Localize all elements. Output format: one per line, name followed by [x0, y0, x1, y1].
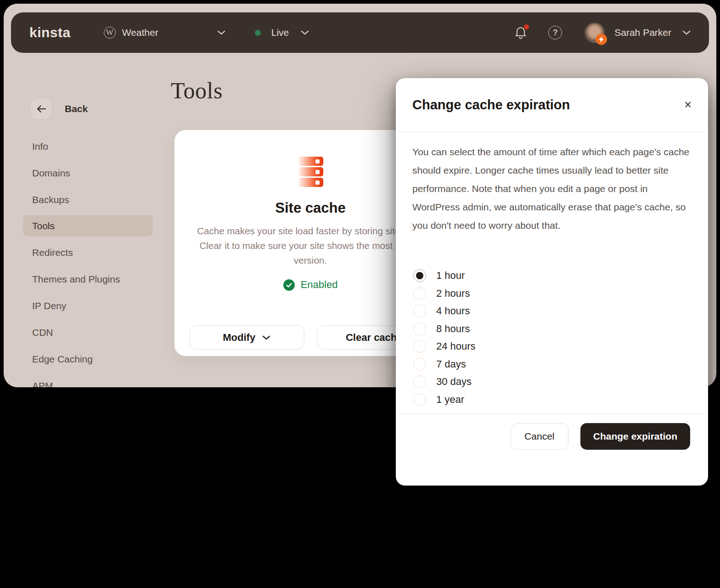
back-button[interactable] — [30, 98, 52, 120]
sidebar-item-label: Themes and Plugins — [32, 274, 120, 285]
radio-option-30-days[interactable]: 30 days — [413, 375, 476, 388]
sidebar-item-label: Redirects — [32, 247, 73, 258]
page-title: Tools — [171, 77, 223, 104]
change-expiration-button[interactable]: Change expiration — [580, 423, 690, 450]
environment-dropdown[interactable]: Live — [255, 27, 309, 38]
cache-server-icon — [298, 157, 323, 187]
radio-button[interactable] — [413, 305, 426, 317]
modal-header: Change cache expiration × — [396, 78, 708, 132]
clear-cache-label: Clear cache — [346, 332, 403, 344]
chevron-down-icon — [682, 30, 691, 35]
live-status-dot — [255, 30, 261, 36]
radio-button[interactable] — [413, 393, 426, 406]
option-label: 1 hour — [436, 270, 465, 282]
option-label: 7 days — [436, 358, 466, 370]
radio-option-4-hours[interactable]: 4 hours — [413, 305, 476, 317]
radio-option-2-hours[interactable]: 2 hours — [413, 287, 476, 300]
sidebar-item-edge-caching[interactable]: Edge Caching — [23, 348, 153, 370]
option-label: 30 days — [436, 376, 472, 388]
environment-name: Live — [271, 27, 289, 38]
option-label: 8 hours — [436, 323, 470, 335]
back-label: Back — [65, 103, 88, 114]
sidebar-item-themes-and-plugins[interactable]: Themes and Plugins — [23, 268, 153, 290]
sidebar-item-label: CDN — [32, 327, 53, 338]
radio-option-7-days[interactable]: 7 days — [413, 358, 476, 371]
chevron-down-icon — [301, 30, 309, 35]
sidebar-item-label: Edge Caching — [32, 354, 93, 365]
cache-expiration-options: 1 hour 2 hours 4 hours 8 hours 24 hours … — [413, 269, 476, 406]
wordpress-icon: W — [104, 27, 116, 39]
radio-button[interactable] — [413, 375, 426, 388]
sidebar-item-info[interactable]: Info — [23, 136, 153, 157]
radio-option-24-hours[interactable]: 24 hours — [413, 340, 476, 353]
radio-button[interactable] — [413, 322, 426, 335]
arrow-left-icon — [36, 105, 46, 113]
user-name: Sarah Parker — [614, 27, 671, 38]
check-circle-icon — [283, 279, 295, 291]
change-cache-expiration-modal: Change cache expiration × You can select… — [396, 78, 708, 486]
radio-button[interactable] — [413, 358, 426, 371]
sidebar-item-cdn[interactable]: CDN — [23, 322, 153, 343]
option-label: 4 hours — [436, 305, 470, 317]
chevron-down-icon — [217, 30, 225, 35]
radio-button[interactable] — [413, 287, 426, 300]
sidebar-item-label: IP Deny — [32, 300, 66, 311]
radio-button[interactable] — [413, 269, 426, 282]
sidebar-item-tools[interactable]: Tools — [23, 215, 153, 237]
radio-option-8-hours[interactable]: 8 hours — [413, 322, 476, 335]
modal-description: You can select the amount of time after … — [396, 132, 708, 235]
modal-footer: Cancel Change expiration — [396, 414, 708, 450]
radio-button[interactable] — [413, 340, 426, 353]
navbar-right: ? Sarah Parker — [514, 22, 691, 43]
modal-title: Change cache expiration — [412, 97, 570, 113]
sidebar-item-redirects[interactable]: Redirects — [23, 242, 153, 263]
option-label: 1 year — [436, 394, 464, 406]
option-label: 24 hours — [436, 340, 476, 352]
radio-option-1-hour[interactable]: 1 hour — [413, 269, 476, 282]
option-label: 2 hours — [436, 288, 470, 300]
site-selector-dropdown[interactable]: W Weather — [104, 27, 225, 39]
kinsta-logo: kinsta — [29, 25, 71, 40]
lightning-badge-icon — [596, 34, 607, 45]
modify-button[interactable]: Modify — [189, 325, 304, 350]
card-buttons: Modify Clear cache — [189, 325, 432, 350]
sidebar-item-label: Domains — [32, 168, 70, 179]
sidebar-item-label: Backups — [32, 194, 69, 205]
modify-label: Modify — [223, 332, 255, 344]
notifications-button[interactable] — [514, 26, 527, 40]
sidebar-item-ip-deny[interactable]: IP Deny — [23, 295, 153, 317]
top-navbar: kinsta W Weather Live ? — [11, 12, 709, 53]
sidebar-item-label: APM — [32, 380, 53, 388]
close-icon[interactable]: × — [684, 99, 692, 111]
sidebar-item-label: Info — [32, 141, 48, 152]
status-badge: Enabled — [301, 279, 338, 291]
notification-badge — [524, 24, 529, 29]
sidebar-item-backups[interactable]: Backups — [23, 189, 153, 210]
radio-option-1-year[interactable]: 1 year — [413, 393, 476, 406]
user-avatar-button[interactable] — [584, 22, 605, 43]
cancel-button[interactable]: Cancel — [511, 423, 568, 450]
sidebar-item-apm[interactable]: APM — [23, 375, 153, 387]
sidebar-item-domains[interactable]: Domains — [23, 162, 153, 184]
chevron-down-icon — [262, 335, 270, 340]
site-name: Weather — [122, 27, 158, 38]
sidebar-item-label: Tools — [32, 220, 55, 232]
help-button[interactable]: ? — [548, 26, 562, 40]
back-row: Back — [30, 98, 88, 120]
